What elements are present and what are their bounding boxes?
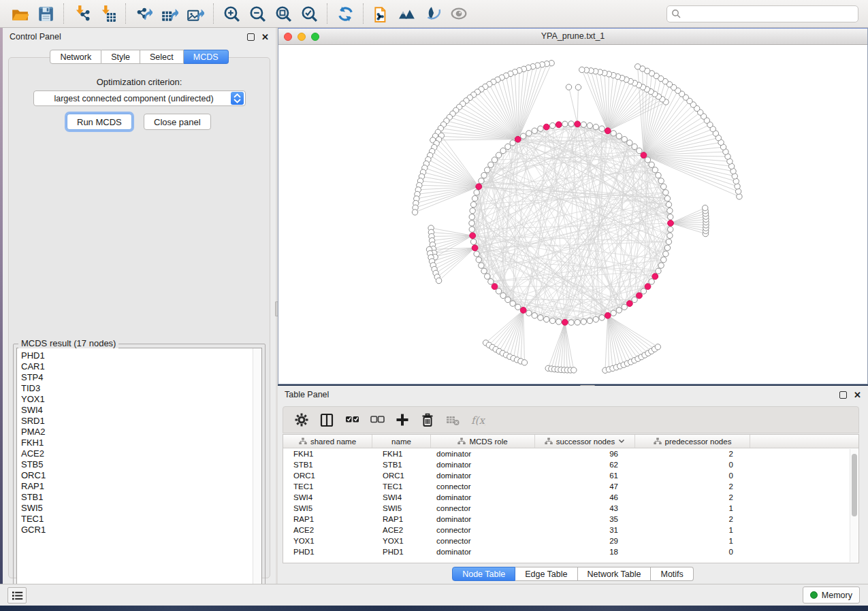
delete-column-button[interactable]: [415, 409, 440, 431]
column-header-MCDS-role[interactable]: MCDS role: [431, 435, 535, 448]
zoom-fit-icon: [274, 5, 292, 22]
tab-style[interactable]: Style: [101, 50, 140, 64]
save-session-button[interactable]: [33, 2, 59, 25]
open-session-button[interactable]: [7, 2, 33, 25]
memory-button[interactable]: Memory: [803, 587, 860, 604]
table-row[interactable]: TEC1TEC1connector472: [283, 481, 858, 492]
deselect-all-button[interactable]: [364, 409, 389, 431]
column-header-successor-nodes[interactable]: successor nodes: [535, 435, 635, 448]
mcds-result-item[interactable]: CAR1: [21, 361, 261, 372]
table-delete-icon: [445, 412, 460, 427]
memory-button-label: Memory: [822, 591, 852, 600]
mcds-result-item[interactable]: STB5: [21, 459, 261, 470]
refresh-icon: [336, 5, 354, 22]
table-scrollbar[interactable]: [850, 449, 858, 562]
main-toolbar: [0, 0, 868, 28]
criterion-select[interactable]: largest connected component (undirected): [33, 90, 246, 106]
zoom-selected-button[interactable]: [296, 2, 322, 25]
export-image-button[interactable]: [182, 2, 208, 25]
column-header-shared-name[interactable]: shared name: [283, 435, 372, 448]
table-row[interactable]: YOX1YOX1connector291: [283, 535, 858, 546]
mcds-result-item[interactable]: STP4: [21, 372, 261, 383]
table-row[interactable]: PHD1PHD1dominator180: [283, 546, 858, 557]
trash-icon: [420, 412, 435, 427]
tab-select[interactable]: Select: [140, 50, 184, 64]
criterion-selected-value: largest connected component (undirected): [34, 94, 231, 103]
search-icon: [671, 9, 681, 19]
control-panel-float-icon[interactable]: [247, 33, 255, 41]
zoom-in-button[interactable]: [219, 2, 244, 25]
network-window-titlebar[interactable]: YPA_prune.txt_1: [278, 29, 867, 45]
table-panel-float-icon[interactable]: [839, 391, 847, 399]
show-panels-list-button[interactable]: [7, 587, 27, 604]
mcds-result-item[interactable]: YOX1: [21, 394, 261, 405]
tab-network[interactable]: Network: [50, 50, 101, 64]
mcds-result-item[interactable]: ACE2: [21, 448, 261, 459]
mcds-result-item[interactable]: FKH1: [21, 437, 261, 448]
tab-mcds[interactable]: MCDS: [184, 50, 229, 64]
tab-node-table[interactable]: Node Table: [452, 567, 515, 581]
table-row[interactable]: SWI4SWI4dominator462: [283, 492, 858, 503]
mcds-result-item[interactable]: TEC1: [21, 514, 261, 525]
zoom-fit-button[interactable]: [270, 2, 296, 25]
birds-eye-view-button[interactable]: [394, 2, 420, 25]
new-network-from-selection-button[interactable]: [368, 2, 394, 25]
show-hide-button[interactable]: [446, 2, 472, 25]
column-header-label: predecessor nodes: [665, 437, 732, 446]
mcds-result-item[interactable]: PMA2: [21, 427, 261, 437]
toggle-visual-style-button[interactable]: [420, 2, 446, 25]
table-cell: TEC1: [372, 481, 431, 492]
table-cell: 2: [635, 492, 750, 503]
mcds-result-item[interactable]: TID3: [21, 383, 261, 394]
table-row[interactable]: RAP1RAP1dominator352: [283, 514, 858, 525]
table-scrollbar-thumb[interactable]: [852, 454, 857, 516]
mcds-list-scrollbar[interactable]: [253, 348, 261, 593]
sort-descending-icon: [618, 439, 625, 444]
selected-node: [476, 184, 482, 190]
table-row[interactable]: SWI5SWI5connector431: [283, 503, 858, 514]
select-stepper-icon: [231, 92, 244, 105]
mcds-result-item[interactable]: PHD1: [21, 350, 261, 361]
table-row[interactable]: ACE2ACE2connector311: [283, 525, 858, 535]
mcds-result-item[interactable]: ORC1: [21, 470, 261, 481]
list-icon: [12, 591, 23, 601]
toolbar-separator: [363, 3, 364, 24]
mcds-result-item[interactable]: GCR1: [21, 525, 261, 535]
import-network-button[interactable]: [69, 2, 95, 25]
selected-node: [520, 308, 526, 314]
function-builder-button: f(x): [465, 409, 490, 431]
zoom-out-button[interactable]: [244, 2, 270, 25]
control-panel-close-icon[interactable]: ✕: [261, 33, 269, 41]
tab-network-table[interactable]: Network Table: [578, 567, 652, 581]
table-panel-close-icon[interactable]: ✕: [854, 391, 861, 399]
mcds-result-list[interactable]: PHD1CAR1STP4TID3YOX1SWI4SRD1PMA2FKH1ACE2…: [16, 348, 262, 593]
column-header-name[interactable]: name: [372, 435, 431, 448]
table-cell: 31: [535, 525, 635, 535]
tab-motifs[interactable]: Motifs: [651, 567, 693, 581]
run-mcds-button[interactable]: Run MCDS: [67, 114, 132, 130]
export-network-button[interactable]: [131, 2, 157, 25]
mcds-result-item[interactable]: SRD1: [21, 416, 261, 427]
import-table-button[interactable]: [95, 2, 120, 25]
table-body: FKH1FKH1dominator962STB1STB1dominator620…: [283, 448, 858, 557]
show-column-panel-button[interactable]: [314, 409, 339, 431]
mcds-result-item[interactable]: STB1: [21, 492, 261, 503]
add-column-button[interactable]: [389, 409, 415, 431]
table-row[interactable]: STB1STB1dominator620: [283, 459, 858, 470]
mcds-result-item[interactable]: SWI4: [21, 405, 261, 416]
mcds-result-item[interactable]: RAP1: [21, 481, 261, 492]
table-settings-button[interactable]: [289, 409, 314, 431]
table-row[interactable]: ORC1ORC1dominator610: [283, 470, 858, 481]
selected-node: [626, 301, 632, 307]
mcds-result-title: MCDS result (17 nodes): [18, 338, 118, 348]
select-all-button[interactable]: [339, 409, 364, 431]
column-header-predecessor-nodes[interactable]: predecessor nodes: [635, 435, 750, 448]
tab-edge-table[interactable]: Edge Table: [515, 567, 577, 581]
close-panel-button[interactable]: Close panel: [144, 114, 211, 130]
export-table-button[interactable]: [157, 2, 182, 25]
table-row[interactable]: FKH1FKH1dominator962: [283, 448, 858, 459]
search-input[interactable]: [666, 5, 858, 22]
network-graph-canvas[interactable]: [278, 45, 867, 384]
mcds-result-item[interactable]: SWI5: [21, 503, 261, 514]
refresh-layout-button[interactable]: [332, 2, 358, 25]
